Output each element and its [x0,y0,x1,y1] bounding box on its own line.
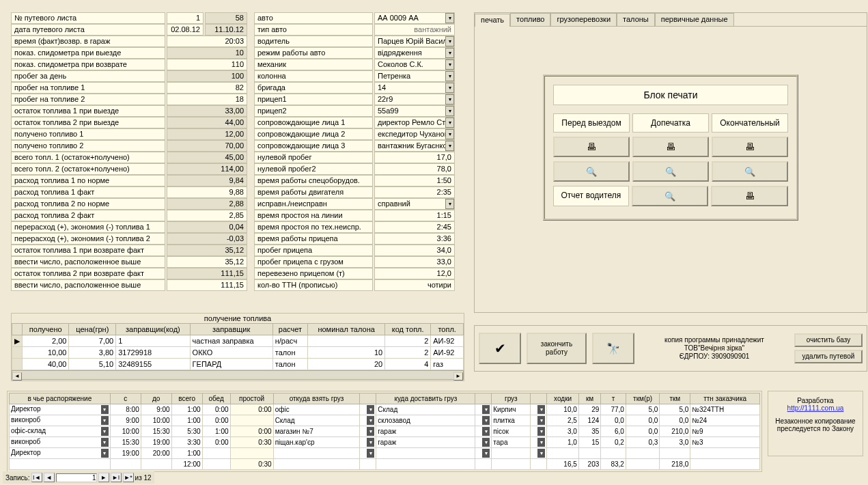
dropdown-icon[interactable]: ▾ [445,106,454,116]
left-value-2[interactable]: 35,12 [167,256,247,268]
mid-value[interactable]: вантажний [374,24,455,36]
assign-row[interactable]: виконроб▾15:3019:003:300:000:30піщан.кар… [10,437,760,448]
credits-link[interactable]: http://1111.com.ua [787,404,844,412]
fuel-cell[interactable]: 5,10 [69,359,116,370]
left-value-2[interactable]: 111,15 [167,268,247,279]
mid-value[interactable]: 1:50 [374,175,455,186]
print-btn-addprint[interactable] [632,137,709,157]
recnav-first[interactable]: I◄ [31,473,42,482]
mid-value[interactable]: 34,0 [374,245,455,256]
left-value-2[interactable]: 0,04 [167,221,247,233]
left-value-2[interactable]: 70,00 [167,140,247,152]
fuel-cell[interactable] [308,335,385,347]
mid-value[interactable]: справний▾ [374,198,455,210]
recnav-prev[interactable]: ◄ [44,473,55,482]
mid-value[interactable]: чотири [374,279,455,291]
dropdown-icon[interactable]: ▾ [445,129,454,139]
tab-первичные данные[interactable]: первичные данные [655,13,734,26]
finish-work-button[interactable]: закончить работу [527,333,587,364]
fuel-cell[interactable]: 31729918 [116,347,190,359]
preview-btn-final[interactable] [712,161,788,182]
mid-value[interactable]: 12,0 [374,268,455,279]
tab-топливо[interactable]: топливо [510,13,550,26]
fuel-cell[interactable]: талон [272,347,307,359]
left-value-2[interactable]: 2,85 [167,210,247,221]
dropdown-icon[interactable]: ▾ [101,405,109,414]
fuel-cell[interactable]: 2 [385,347,431,359]
fuel-cell[interactable]: 10 [308,347,385,359]
find-button[interactable]: 🔭 [592,333,634,364]
fuel-cell[interactable]: 32489155 [116,359,190,370]
preview-btn-before[interactable] [553,161,630,182]
fuel-cell[interactable]: ГЕПАРД [190,359,272,370]
left-value-1[interactable]: 02.08.12 [167,24,204,36]
left-value-2[interactable]: 45,00 [167,152,247,163]
confirm-button[interactable] [479,333,521,364]
fuel-cell[interactable]: 2 [385,335,431,347]
dropdown-icon[interactable]: ▾ [445,36,454,46]
scroll-left-icon[interactable]: ◄ [12,372,22,380]
mid-value[interactable]: 22г9▾ [374,94,455,105]
mid-value[interactable]: 2:35 [374,186,455,198]
fuel-cell[interactable]: ОККО [190,347,272,359]
left-value-2[interactable]: 2,88 [167,198,247,210]
print-btn-before[interactable] [553,137,630,157]
left-value-2[interactable]: 10 [167,47,247,59]
fuel-cell[interactable]: 10,00 [23,347,69,359]
assign-row[interactable]: виконроб▾9:0010:001:000:00Склад▾склозаво… [10,415,760,426]
dropdown-icon[interactable]: ▾ [445,141,454,151]
assign-who[interactable]: офіс-склад▾ [10,426,111,437]
tab-грузоперевозки[interactable]: грузоперевозки [550,13,617,26]
fuel-grid[interactable]: полученоцена(грн)заправщик(код)заправщик… [12,323,464,370]
preview-btn-addprint[interactable] [632,161,709,182]
mid-value[interactable]: Петренка▾ [374,70,455,82]
left-value-1[interactable]: 1 [167,12,204,24]
mid-value[interactable]: експедитор Чуханов І▾ [374,128,455,140]
fuel-cell[interactable]: газ [431,359,464,370]
tab-талоны[interactable]: талоны [617,13,655,26]
fuel-row[interactable]: 10,003,8031729918ОККОталон102АИ-92 [12,347,464,359]
tab-печать[interactable]: печать [475,14,510,27]
left-value-2[interactable]: 82 [167,82,247,94]
mid-value[interactable]: 14▾ [374,82,455,94]
mid-value[interactable]: АА 0009 АА▾ [374,12,455,24]
dropdown-icon[interactable]: ▾ [445,83,454,93]
dropdown-icon[interactable]: ▾ [445,117,454,128]
dropdown-icon[interactable]: ▾ [101,416,109,425]
fuel-row[interactable]: ▶2,007,001частная заправкан/расч2АИ-92 [12,335,464,347]
dropdown-icon[interactable]: ▾ [445,48,454,58]
recnav-next[interactable]: ► [98,473,109,482]
left-value-2[interactable]: 58 [205,12,247,24]
fuel-cell[interactable]: 1 [116,335,190,347]
mid-value[interactable]: 78,0 [374,163,455,175]
mid-value[interactable]: відрядження▾ [374,47,455,59]
dropdown-icon[interactable]: ▾ [445,59,454,70]
assign-who[interactable]: Директор▾ [10,448,111,459]
left-value-2[interactable]: 12,00 [167,128,247,140]
left-value-2[interactable]: 20:03 [167,36,247,47]
assignment-grid[interactable]: в чье распоряжениесдовсегообедпростойотк… [9,393,760,470]
assign-row[interactable]: Директор▾19:0020:001:00▾▾▾ [10,448,760,459]
left-value-2[interactable]: 9,88 [167,186,247,198]
left-value-2[interactable]: 111,15 [167,279,247,291]
fuel-cell[interactable]: 7,00 [69,335,116,347]
left-value-2[interactable]: 44,00 [167,117,247,128]
dropdown-icon[interactable]: ▾ [101,449,109,458]
fuel-cell[interactable]: талон [272,359,307,370]
recnav-new[interactable]: ►* [123,473,134,482]
left-value-2[interactable]: 100 [167,70,247,82]
assign-who[interactable]: Директор▾ [10,404,111,415]
left-value-2[interactable]: 114,00 [167,163,247,175]
mid-value[interactable]: вантажник Бугаєнко▾ [374,140,455,152]
assign-who[interactable]: виконроб▾ [10,437,111,448]
left-value-2[interactable]: -0,03 [167,233,247,245]
mid-value[interactable]: директор Ремло Степ▾ [374,117,455,128]
assign-who[interactable]: виконроб▾ [10,415,111,426]
fuel-cell[interactable]: 2,00 [23,335,69,347]
fuel-cell[interactable]: 40,00 [23,359,69,370]
dropdown-icon[interactable]: ▾ [445,13,454,23]
recnav-last[interactable]: ►I [111,473,122,482]
left-value-2[interactable]: 9,84 [167,175,247,186]
assign-row[interactable]: Директор▾8:009:001:000:000:00офіс▾Склад▾… [10,404,760,415]
left-value-2[interactable]: 18 [167,94,247,105]
